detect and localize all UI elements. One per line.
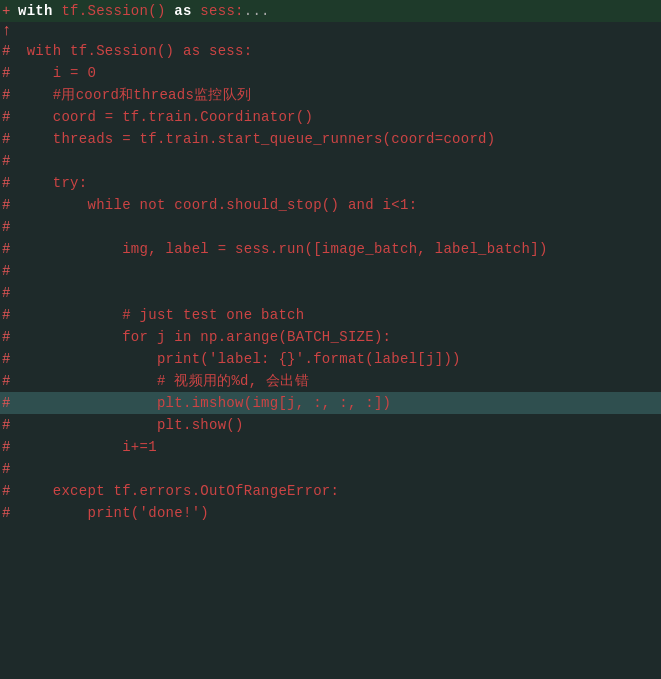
- code-line-1: with tf.Session() as sess:...: [18, 0, 270, 22]
- line-14: # # just test one batch: [0, 304, 661, 326]
- code-line-15: for j in np.arange(BATCH_SIZE):: [18, 326, 391, 348]
- gutter-5: #: [0, 106, 18, 128]
- gutter-16: #: [0, 348, 18, 370]
- line-2: # with tf.Session() as sess:: [0, 40, 661, 62]
- gutter-8: #: [0, 172, 18, 194]
- line-6: # threads = tf.train.start_queue_runners…: [0, 128, 661, 150]
- code-line-18: plt.imshow(img[j, :, :, :]): [18, 392, 391, 414]
- arrow-icon: ↑: [2, 22, 12, 40]
- gutter-17: #: [0, 370, 18, 392]
- gutter-2: #: [0, 40, 18, 62]
- gutter-3: #: [0, 62, 18, 84]
- line-1: + with tf.Session() as sess:...: [0, 0, 661, 22]
- code-line-20: i+=1: [18, 436, 157, 458]
- code-line-22: except tf.errors.OutOfRangeError:: [18, 480, 339, 502]
- code-line-11: img, label = sess.run([image_batch, labe…: [18, 238, 548, 260]
- line-21: #: [0, 458, 661, 480]
- code-line-16: print('label: {}'.format(label[j])): [18, 348, 461, 370]
- gutter-15: #: [0, 326, 18, 348]
- gutter-21: #: [0, 458, 18, 480]
- gutter-11: #: [0, 238, 18, 260]
- code-line-4: #用coord和threads监控队列: [18, 84, 251, 106]
- line-20: # i+=1: [0, 436, 661, 458]
- gutter-plus: +: [0, 0, 18, 22]
- line-4: # #用coord和threads监控队列: [0, 84, 661, 106]
- code-line-5: coord = tf.train.Coordinator(): [18, 106, 313, 128]
- line-22: # except tf.errors.OutOfRangeError:: [0, 480, 661, 502]
- line-18: # plt.imshow(img[j, :, :, :]): [0, 392, 661, 414]
- gutter-22: #: [0, 480, 18, 502]
- line-12: #: [0, 260, 661, 282]
- gutter-7: #: [0, 150, 18, 172]
- code-line-6: threads = tf.train.start_queue_runners(c…: [18, 128, 495, 150]
- line-23: # print('done!'): [0, 502, 661, 524]
- gutter-6: #: [0, 128, 18, 150]
- code-line-14: # just test one batch: [18, 304, 305, 326]
- code-line-2: with tf.Session() as sess:: [18, 40, 252, 62]
- gutter-19: #: [0, 414, 18, 436]
- code-line-23: print('done!'): [18, 502, 209, 524]
- line-11: # img, label = sess.run([image_batch, la…: [0, 238, 661, 260]
- line-16: # print('label: {}'.format(label[j])): [0, 348, 661, 370]
- gutter-14: #: [0, 304, 18, 326]
- code-line-19: plt.show(): [18, 414, 244, 436]
- gutter-13: #: [0, 282, 18, 304]
- gutter-9: #: [0, 194, 18, 216]
- line-8: # try:: [0, 172, 661, 194]
- line-17: # # 视频用的%d, 会出错: [0, 370, 661, 392]
- gutter-18: #: [0, 392, 18, 414]
- gutter-12: #: [0, 260, 18, 282]
- code-line-9: while not coord.should_stop() and i<1:: [18, 194, 417, 216]
- line-5: # coord = tf.train.Coordinator(): [0, 106, 661, 128]
- line-3: # i = 0: [0, 62, 661, 84]
- gutter-10: #: [0, 216, 18, 238]
- gutter-20: #: [0, 436, 18, 458]
- line-19: # plt.show(): [0, 414, 661, 436]
- line-10: #: [0, 216, 661, 238]
- gutter-4: #: [0, 84, 18, 106]
- line-13: #: [0, 282, 661, 304]
- code-line-3: i = 0: [18, 62, 96, 84]
- line-15: # for j in np.arange(BATCH_SIZE):: [0, 326, 661, 348]
- code-line-8: try:: [18, 172, 87, 194]
- code-editor: + with tf.Session() as sess:... ↑ # with…: [0, 0, 661, 679]
- gutter-23: #: [0, 502, 18, 524]
- arrow-indicator: ↑: [0, 22, 661, 40]
- line-7: #: [0, 150, 661, 172]
- code-line-17: # 视频用的%d, 会出错: [18, 370, 309, 392]
- line-9: # while not coord.should_stop() and i<1:: [0, 194, 661, 216]
